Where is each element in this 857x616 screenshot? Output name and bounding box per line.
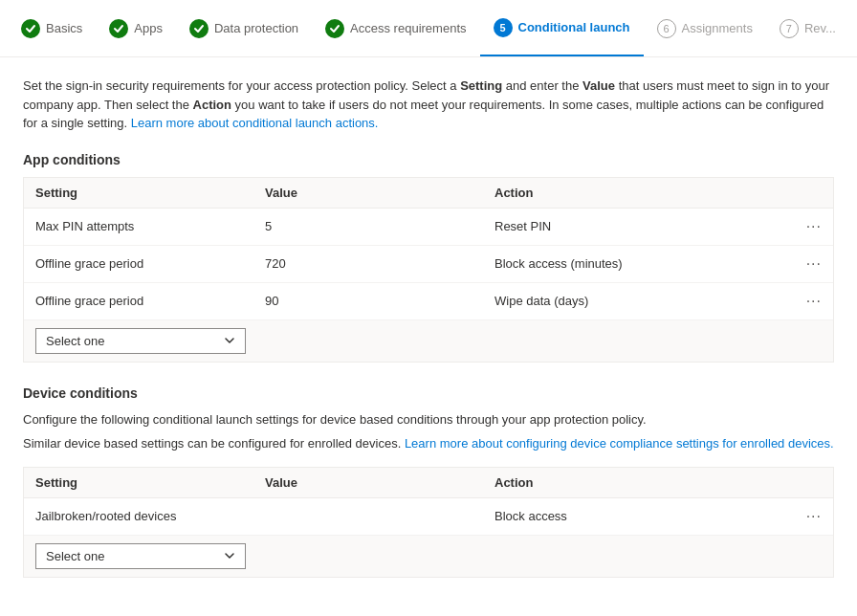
device-col-action: Action	[494, 475, 764, 490]
app-col-setting: Setting	[35, 186, 265, 200]
nav-item-basics[interactable]: Basics	[8, 0, 96, 56]
check-icon-apps	[109, 19, 128, 38]
device-select-value: Select one	[46, 549, 104, 563]
device-col-value: Value	[265, 475, 494, 490]
app-select-row: Select one	[24, 320, 833, 362]
check-icon-basics	[21, 19, 40, 38]
nav-label-conditional-launch: Conditional launch	[518, 20, 630, 34]
device-conditions-table: Setting Value Action Jailbroken/rooted d…	[23, 467, 834, 578]
table-row: Jailbroken/rooted devices Block access ·…	[24, 498, 833, 536]
app-select-dropdown[interactable]: Select one	[35, 328, 246, 354]
app-col-more	[764, 186, 822, 200]
nav-label-apps: Apps	[134, 21, 163, 35]
nav-item-access-requirements[interactable]: Access requirements	[312, 0, 479, 56]
device-row1-more-button[interactable]: ···	[764, 508, 822, 525]
table-row: Max PIN attempts 5 Reset PIN ···	[24, 209, 833, 246]
app-row2-action: Block access (minutes)	[494, 256, 764, 271]
main-content: Set the sign-in security requirements fo…	[0, 57, 857, 616]
app-conditions-title: App conditions	[23, 152, 834, 167]
num-icon-review: 7	[780, 19, 799, 38]
table-row: Offline grace period 90 Wipe data (days)…	[24, 283, 833, 320]
device-conditions-title: Device conditions	[23, 385, 834, 401]
device-conditions-desc: Configure the following conditional laun…	[23, 410, 834, 429]
device-table-header: Setting Value Action	[24, 468, 833, 498]
wizard-nav: Basics Apps Data protection Access requi…	[0, 0, 857, 57]
app-select-value: Select one	[46, 334, 104, 348]
app-row2-setting: Offline grace period	[35, 256, 265, 271]
device-link-desc: Similar device based settings can be con…	[23, 434, 834, 453]
check-icon-data-protection	[189, 19, 209, 38]
app-row2-more-button[interactable]: ···	[764, 255, 822, 273]
app-row1-setting: Max PIN attempts	[35, 219, 265, 233]
device-row1-setting: Jailbroken/rooted devices	[35, 509, 265, 523]
app-col-action: Action	[494, 186, 764, 200]
nav-item-data-protection[interactable]: Data protection	[176, 0, 312, 56]
app-row3-value: 90	[265, 294, 494, 308]
device-compliance-link[interactable]: Learn more about configuring device comp…	[405, 436, 834, 451]
app-row1-action: Reset PIN	[494, 219, 764, 233]
app-table-header: Setting Value Action	[24, 178, 833, 209]
nav-item-review[interactable]: 7 Rev...	[766, 0, 849, 56]
nav-label-assignments: Assignments	[682, 21, 753, 35]
app-conditions-section: App conditions Setting Value Action Max …	[23, 152, 834, 363]
nav-item-apps[interactable]: Apps	[96, 0, 176, 56]
check-icon-access-requirements	[325, 19, 344, 38]
device-col-more	[764, 475, 822, 490]
device-select-dropdown[interactable]: Select one	[35, 543, 246, 569]
app-row1-more-button[interactable]: ···	[764, 218, 822, 235]
chevron-down-icon	[224, 550, 235, 561]
app-row1-value: 5	[265, 219, 494, 233]
table-row: Offline grace period 720 Block access (m…	[24, 246, 833, 283]
nav-label-review: Rev...	[804, 21, 836, 35]
app-row2-value: 720	[265, 256, 494, 271]
app-col-value: Value	[265, 186, 494, 200]
num-icon-conditional-launch: 5	[494, 18, 513, 37]
device-col-setting: Setting	[35, 475, 265, 490]
device-select-row: Select one	[24, 536, 833, 577]
app-conditions-table: Setting Value Action Max PIN attempts 5 …	[23, 177, 834, 363]
num-icon-assignments: 6	[657, 19, 676, 38]
nav-item-conditional-launch[interactable]: 5 Conditional launch	[480, 0, 644, 56]
nav-label-access-requirements: Access requirements	[350, 21, 466, 35]
conditional-launch-link[interactable]: Learn more about conditional launch acti…	[131, 116, 379, 130]
device-row1-action: Block access	[494, 509, 764, 523]
nav-item-assignments[interactable]: 6 Assignments	[644, 0, 766, 56]
app-row3-more-button[interactable]: ···	[764, 293, 822, 310]
nav-label-data-protection: Data protection	[214, 21, 298, 35]
app-row3-setting: Offline grace period	[35, 294, 265, 308]
nav-label-basics: Basics	[46, 21, 82, 35]
app-row3-action: Wipe data (days)	[494, 294, 764, 308]
device-conditions-section: Device conditions Configure the followin…	[23, 385, 834, 578]
chevron-down-icon	[224, 335, 235, 346]
page-description: Set the sign-in security requirements fo…	[23, 77, 834, 133]
